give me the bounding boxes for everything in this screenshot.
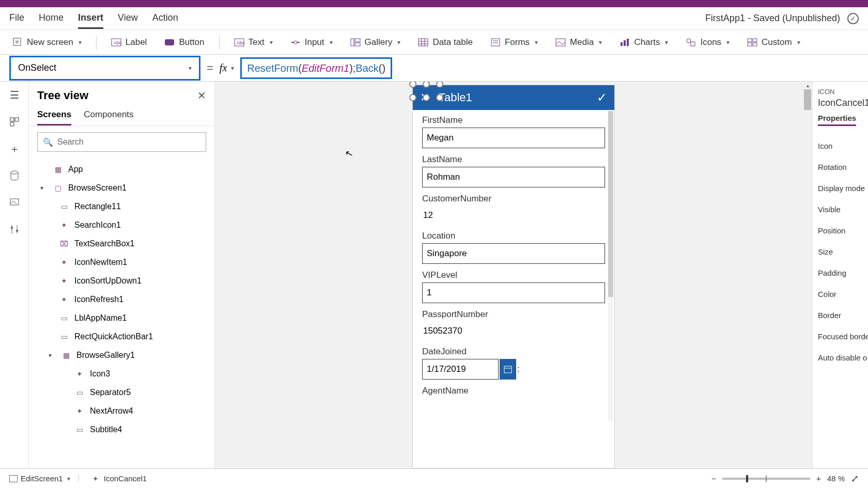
tree-item-browsegallery1[interactable]: ▾▦BrowseGallery1: [29, 346, 214, 365]
zoom-value: 48 %: [827, 474, 845, 483]
lastname-input[interactable]: [422, 167, 605, 187]
chevron-down-icon[interactable]: ▾: [49, 352, 56, 359]
data-icon[interactable]: [8, 169, 21, 182]
phone-preview[interactable]: ✕ Table1 ✓ FirstName LastName CustomerNu…: [412, 85, 615, 468]
chevron-down-icon: ▾: [79, 39, 82, 46]
chevron-down-icon[interactable]: ▾: [67, 475, 70, 482]
tree-item-subtitle4[interactable]: ▭Subtitle4: [29, 420, 214, 439]
label-button[interactable]: Abc Label: [108, 35, 150, 50]
charts-dropdown[interactable]: Charts▾: [616, 35, 671, 50]
prop-row[interactable]: Auto disable o: [818, 347, 863, 368]
location-input[interactable]: [422, 243, 605, 264]
prop-row[interactable]: Visible: [818, 199, 863, 220]
prop-row[interactable]: Display mode: [818, 178, 863, 199]
svg-rect-11: [355, 39, 360, 42]
formula-input[interactable]: ResetForm(EditForm1);Back(): [240, 57, 392, 79]
tree-item-textsearchbox1[interactable]: ⌧TextSearchBox1: [29, 234, 214, 253]
tree-item-lblappname1[interactable]: ▭LblAppName1: [29, 309, 214, 327]
svg-point-25: [687, 39, 691, 43]
prop-row[interactable]: Icon: [818, 135, 863, 156]
svg-rect-22: [621, 42, 623, 46]
selection-handles[interactable]: [407, 82, 447, 105]
tree-view-panel: Tree view ✕ Screens Components 🔍 Search …: [29, 82, 215, 468]
calendar-icon[interactable]: [500, 359, 516, 380]
label-icon: ▭: [74, 424, 85, 435]
tree-item-iconnewitem1[interactable]: ✦IconNewItem1: [29, 253, 214, 272]
properties-panel: ICON IconCancel1 Properties Icon Rotatio…: [812, 82, 868, 468]
fit-to-window-icon[interactable]: ⤢: [851, 473, 859, 484]
icons-dropdown[interactable]: Icons▾: [683, 35, 733, 50]
menu-view[interactable]: View: [118, 8, 138, 29]
property-dropdown[interactable]: OnSelect ▾: [9, 56, 200, 81]
menu-action[interactable]: Action: [152, 8, 178, 29]
tree-view-title: Tree view: [37, 89, 88, 102]
tree-item-browsescreen1[interactable]: ▾▢BrowseScreen1: [29, 179, 214, 197]
tree-item-app[interactable]: ▦App: [29, 160, 214, 179]
chevron-down-icon[interactable]: ▾: [40, 184, 48, 192]
tree-item-rectquickactionbar1[interactable]: ▭RectQuickActionBar1: [29, 327, 214, 346]
breadcrumb-control[interactable]: ✦ IconCancel1: [90, 474, 147, 484]
zoom-slider[interactable]: [722, 478, 810, 480]
search-input[interactable]: 🔍 Search: [37, 132, 206, 152]
prop-row[interactable]: Rotation: [818, 156, 863, 178]
svg-rect-27: [748, 39, 752, 42]
data-table-button[interactable]: Data table: [415, 35, 476, 50]
svg-rect-28: [753, 39, 757, 42]
canvas[interactable]: ↖ ✕ Table1 ✓ FirstName LastName Customer…: [215, 82, 812, 468]
new-screen-button[interactable]: New screen▾: [9, 35, 85, 50]
canvas-scrollbar[interactable]: ▴: [804, 83, 811, 467]
prop-row[interactable]: Color: [818, 284, 863, 305]
form-scrollbar[interactable]: [608, 111, 613, 421]
zoom-out-button[interactable]: −: [711, 474, 716, 483]
custom-dropdown[interactable]: Custom▾: [744, 35, 803, 50]
svg-rect-33: [10, 122, 14, 126]
datejoined-input[interactable]: [422, 359, 499, 380]
advanced-icon[interactable]: [8, 223, 21, 235]
menu-insert[interactable]: Insert: [78, 8, 103, 29]
accept-icon[interactable]: ✓: [597, 90, 607, 105]
menu-home[interactable]: Home: [39, 8, 64, 29]
svg-rect-10: [351, 39, 354, 46]
media-dropdown[interactable]: Media▾: [552, 35, 605, 50]
selection-name: IconCancel1: [818, 98, 863, 108]
svg-text:Abc: Abc: [114, 40, 121, 45]
close-icon[interactable]: ✕: [197, 89, 206, 102]
input-dropdown[interactable]: Input▾: [287, 35, 336, 50]
tree-item-iconrefresh1[interactable]: ✦IconRefresh1: [29, 290, 214, 309]
tree-item-searchicon1[interactable]: ✦SearchIcon1: [29, 216, 214, 234]
media-panel-icon[interactable]: [8, 196, 21, 209]
fx-icon[interactable]: fx: [220, 62, 227, 74]
breadcrumb-screen[interactable]: EditScreen1 ▾: [9, 474, 70, 483]
prop-row[interactable]: Border: [818, 305, 863, 326]
gallery-dropdown[interactable]: Gallery▾: [347, 35, 404, 50]
viplevel-input[interactable]: [422, 282, 605, 303]
tab-components[interactable]: Components: [84, 105, 133, 125]
add-icon[interactable]: ＋: [8, 143, 21, 155]
prop-row[interactable]: Focused borde: [818, 326, 863, 347]
tree-item-separator5[interactable]: ▭Separator5: [29, 383, 214, 402]
app-checker-icon[interactable]: ✓: [847, 13, 859, 24]
svg-point-39: [16, 230, 18, 232]
button-button[interactable]: Button: [161, 35, 207, 50]
left-rail: ☰ ＋: [0, 82, 29, 468]
tree-item-nextarrow4[interactable]: ✦NextArrow4: [29, 402, 214, 420]
prop-row[interactable]: Padding: [818, 262, 863, 284]
text-dropdown[interactable]: Abc Text▾: [231, 35, 276, 50]
tree-item-icon3[interactable]: ✦Icon3: [29, 365, 214, 383]
tab-properties[interactable]: Properties: [818, 114, 856, 126]
hamburger-icon[interactable]: ☰: [8, 89, 21, 101]
tree-item-rectangle11[interactable]: ▭Rectangle11: [29, 197, 214, 216]
prop-row[interactable]: Size: [818, 241, 863, 262]
firstname-input[interactable]: [422, 128, 605, 148]
field-label: LastName: [422, 154, 605, 165]
prop-row[interactable]: Position: [818, 220, 863, 241]
forms-dropdown[interactable]: Forms▾: [487, 35, 541, 50]
menu-file[interactable]: File: [9, 8, 24, 29]
tab-screens[interactable]: Screens: [37, 105, 71, 125]
chevron-down-icon[interactable]: ▾: [231, 65, 234, 72]
zoom-in-button[interactable]: +: [816, 474, 821, 483]
input-icon: [290, 37, 301, 48]
tree-view-icon[interactable]: [8, 116, 21, 128]
tree-item-iconsortupdown1[interactable]: ✦IconSortUpDown1: [29, 272, 214, 290]
svg-point-9: [294, 41, 297, 44]
